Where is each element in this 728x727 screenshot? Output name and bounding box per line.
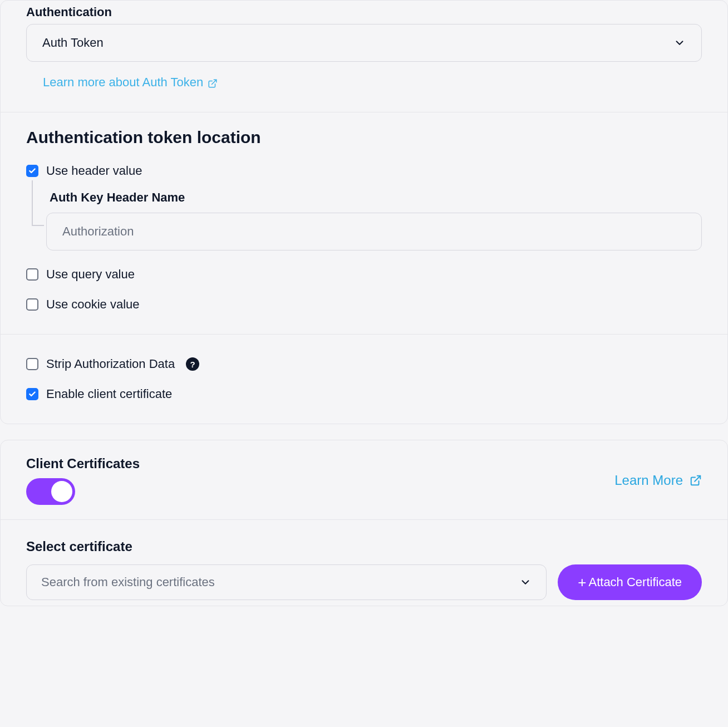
strip-auth-row: Strip Authorization Data ? xyxy=(26,357,702,371)
attach-certificate-button[interactable]: + Attach Certificate xyxy=(558,564,702,600)
use-cookie-label: Use cookie value xyxy=(46,297,140,312)
client-certs-panel: Client Certificates Learn More Select ce… xyxy=(0,440,728,606)
enable-client-cert-label: Enable client certificate xyxy=(46,387,172,401)
learn-more-auth-text: Learn more about Auth Token xyxy=(43,75,203,90)
use-header-row: Use header value xyxy=(26,164,702,178)
external-link-icon xyxy=(208,77,218,87)
help-icon[interactable]: ? xyxy=(186,357,199,371)
enable-client-cert-checkbox[interactable] xyxy=(26,388,38,400)
strip-auth-label: Strip Authorization Data xyxy=(46,357,175,371)
certificate-select-placeholder: Search from existing certificates xyxy=(41,575,215,590)
plus-icon: + xyxy=(578,575,586,590)
options-section: Strip Authorization Data ? Enable client… xyxy=(1,335,727,424)
use-query-label: Use query value xyxy=(46,267,135,282)
client-certs-toggle[interactable] xyxy=(26,478,75,505)
select-certificate-label: Select certificate xyxy=(26,539,702,554)
toggle-knob xyxy=(51,481,72,502)
use-query-checkbox[interactable] xyxy=(26,268,38,281)
use-cookie-checkbox[interactable] xyxy=(26,298,38,311)
chevron-down-icon xyxy=(673,37,686,49)
use-cookie-row: Use cookie value xyxy=(26,297,702,312)
use-query-row: Use query value xyxy=(26,267,702,282)
learn-more-auth-link[interactable]: Learn more about Auth Token xyxy=(43,75,218,90)
client-certs-learn-more-text: Learn More xyxy=(614,473,683,488)
auth-type-value: Auth Token xyxy=(42,36,104,50)
client-certs-header: Client Certificates Learn More xyxy=(1,440,727,520)
auth-panel: Authentication Auth Token Learn more abo… xyxy=(0,0,728,424)
auth-type-select[interactable]: Auth Token xyxy=(26,24,702,62)
attach-certificate-label: Attach Certificate xyxy=(588,575,682,590)
header-nested-block: Auth Key Header Name xyxy=(32,180,702,250)
certificate-select-row: Search from existing certificates + Atta… xyxy=(26,564,702,600)
svg-line-0 xyxy=(212,80,217,84)
client-certs-title-block: Client Certificates xyxy=(26,456,140,505)
external-link-icon xyxy=(690,474,702,487)
use-header-checkbox[interactable] xyxy=(26,165,38,177)
auth-key-header-label: Auth Key Header Name xyxy=(50,190,702,205)
strip-auth-checkbox[interactable] xyxy=(26,358,38,370)
chevron-down-icon xyxy=(519,576,532,588)
svg-line-1 xyxy=(695,476,700,482)
authentication-section: Authentication Auth Token Learn more abo… xyxy=(1,1,727,112)
authentication-label: Authentication xyxy=(26,5,702,19)
auth-key-header-input[interactable] xyxy=(46,213,702,250)
client-certs-title: Client Certificates xyxy=(26,456,140,471)
use-header-label: Use header value xyxy=(46,164,142,178)
client-certs-learn-more-link[interactable]: Learn More xyxy=(614,473,702,488)
client-certs-body: Select certificate Search from existing … xyxy=(1,520,727,606)
token-location-heading: Authentication token location xyxy=(26,128,702,147)
enable-client-cert-row: Enable client certificate xyxy=(26,387,702,401)
certificate-select[interactable]: Search from existing certificates xyxy=(26,564,547,600)
token-location-section: Authentication token location Use header… xyxy=(1,128,727,335)
